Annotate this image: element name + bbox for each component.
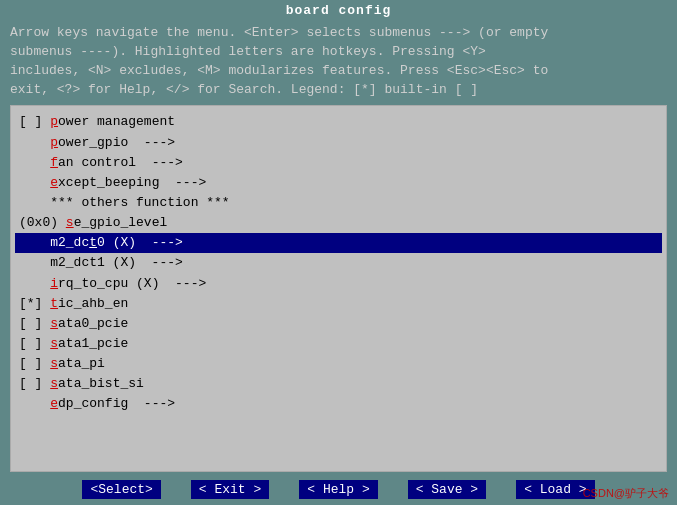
save-button[interactable]: < Save > [408, 480, 486, 499]
list-item-selected[interactable]: m2_dct0 (X) ---> [15, 233, 662, 253]
list-item[interactable]: [ ] sata_pi [15, 354, 662, 374]
list-item[interactable]: [ ] sata_bist_si [15, 374, 662, 394]
help-text: Arrow keys navigate the menu. <Enter> se… [0, 20, 677, 105]
exit-button[interactable]: < Exit > [191, 480, 269, 499]
list-item[interactable]: [ ] sata0_pcie [15, 314, 662, 334]
list-item[interactable]: [ ] power management [15, 112, 662, 132]
list-item[interactable]: [ ] sata1_pcie [15, 334, 662, 354]
list-item[interactable]: m2_dct1 (X) ---> [15, 253, 662, 273]
select-button[interactable]: <Select> [82, 480, 160, 499]
main-content-box: [ ] power management power_gpio ---> fan… [10, 105, 667, 472]
help-button[interactable]: < Help > [299, 480, 377, 499]
list-item[interactable]: power_gpio ---> [15, 133, 662, 153]
title-text: board config [286, 3, 392, 18]
list-item[interactable]: except_beeping ---> [15, 173, 662, 193]
button-bar: <Select> < Exit > < Help > < Save > < Lo… [0, 472, 677, 505]
watermark: CSDN@驴子大爷 [583, 486, 669, 501]
list-item[interactable]: (0x0) se_gpio_level [15, 213, 662, 233]
list-item[interactable]: [*] tic_ahb_en [15, 294, 662, 314]
list-item[interactable]: edp_config ---> [15, 394, 662, 414]
list-item[interactable]: fan control ---> [15, 153, 662, 173]
list-item[interactable]: irq_to_cpu (X) ---> [15, 274, 662, 294]
list-item: *** others function *** [15, 193, 662, 213]
title-bar: board config [0, 0, 677, 20]
help-content: Arrow keys navigate the menu. <Enter> se… [10, 25, 548, 97]
